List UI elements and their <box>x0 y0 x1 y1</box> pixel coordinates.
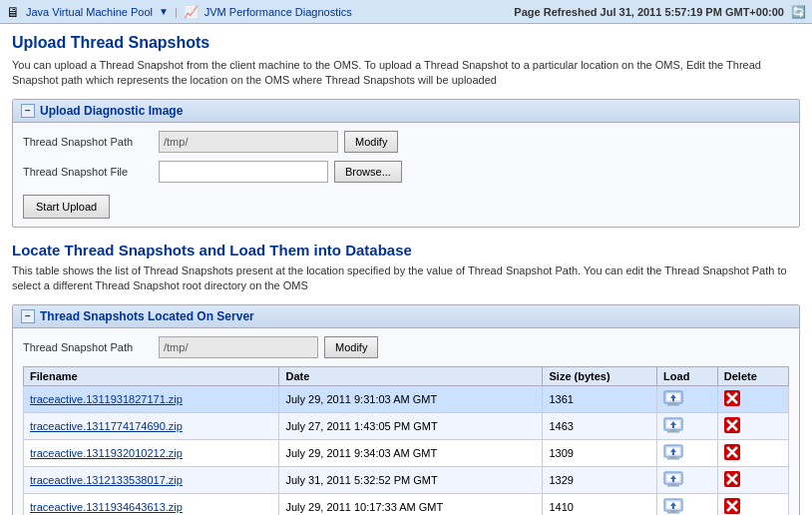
cell-size: 1361 <box>543 385 657 412</box>
svg-rect-19 <box>667 458 679 460</box>
cell-load <box>657 466 718 493</box>
snapshots-table: Filename Date Size (bytes) Load Delete t… <box>23 366 789 515</box>
top-bar-left: 🖥 Java Virtual Machine Pool ▼ | 📈 JVM Pe… <box>6 4 352 20</box>
cell-load <box>657 439 718 466</box>
modify-server-path-button[interactable]: Modify <box>324 336 378 358</box>
cell-delete <box>717 385 788 412</box>
cell-load <box>657 493 718 515</box>
svg-rect-27 <box>667 485 679 487</box>
svg-rect-34 <box>670 510 676 512</box>
snapshots-panel-header: − Thread Snapshots Located On Server <box>13 305 799 328</box>
cell-filename: traceactive.1311774174690.zip <box>24 412 279 439</box>
diagnostics-label[interactable]: JVM Performance Diagnostics <box>204 6 352 18</box>
svg-rect-3 <box>667 404 679 406</box>
cell-size: 1463 <box>543 412 657 439</box>
svg-rect-2 <box>670 402 676 404</box>
cell-filename: traceactive.1311934643613.zip <box>24 493 279 515</box>
col-delete: Delete <box>717 366 788 385</box>
cell-date: July 29, 2011 9:34:03 AM GMT <box>279 439 543 466</box>
refresh-label: Page Refreshed <box>514 6 597 18</box>
snapshot-file-label: Thread Snapshot File <box>23 166 153 178</box>
col-load: Load <box>657 366 718 385</box>
cell-delete <box>717 439 788 466</box>
cell-load <box>657 412 718 439</box>
load-button[interactable] <box>663 389 683 409</box>
delete-button[interactable] <box>724 390 740 408</box>
page-title: Upload Thread Snapshots <box>12 34 800 52</box>
snapshots-panel: − Thread Snapshots Located On Server Thr… <box>12 304 800 515</box>
page-description: You can upload a Thread Snapshot from th… <box>12 58 800 89</box>
table-row: traceactive.1311774174690.zipJuly 27, 20… <box>24 412 789 439</box>
top-bar: 🖥 Java Virtual Machine Pool ▼ | 📈 JVM Pe… <box>0 0 812 24</box>
cell-date: July 29, 2011 9:31:03 AM GMT <box>279 385 543 412</box>
cell-date: July 29, 2011 10:17:33 AM GMT <box>279 493 543 515</box>
svg-rect-10 <box>670 429 676 431</box>
cell-size: 1309 <box>543 439 657 466</box>
load-button[interactable] <box>663 470 683 490</box>
cell-filename: traceactive.1312133538017.zip <box>24 466 279 493</box>
svg-rect-18 <box>670 456 676 458</box>
snapshot-file-row: Thread Snapshot File Browse... <box>23 161 789 183</box>
dropdown-arrow-icon[interactable]: ▼ <box>159 6 169 17</box>
start-upload-row: Start Upload <box>23 191 789 219</box>
upload-panel-title: Upload Diagnostic Image <box>40 104 183 118</box>
server-path-label: Thread Snapshot Path <box>23 341 153 353</box>
locate-description: This table shows the list of Thread Snap… <box>12 263 800 294</box>
server-path-input[interactable] <box>159 336 318 358</box>
browse-button[interactable]: Browse... <box>334 161 402 183</box>
cell-date: July 31, 2011 5:32:52 PM GMT <box>279 466 543 493</box>
upload-panel-body: Thread Snapshot Path Modify Thread Snaps… <box>13 123 799 227</box>
refresh-time: Jul 31, 2011 5:57:19 PM GMT+00:00 <box>601 6 784 18</box>
upload-panel-toggle[interactable]: − <box>21 104 35 118</box>
table-header-row: Filename Date Size (bytes) Load Delete <box>24 366 789 385</box>
svg-rect-11 <box>667 431 679 433</box>
col-size: Size (bytes) <box>543 366 657 385</box>
cell-filename: traceactive.1311932010212.zip <box>24 439 279 466</box>
refresh-icon[interactable]: 🔄 <box>791 5 806 19</box>
upload-panel: − Upload Diagnostic Image Thread Snapsho… <box>12 99 800 228</box>
cell-date: July 27, 2011 1:43:05 PM GMT <box>279 412 543 439</box>
col-filename: Filename <box>24 366 279 385</box>
snapshots-panel-body: Thread Snapshot Path Modify Filename Dat… <box>13 328 799 515</box>
cell-load <box>657 385 718 412</box>
delete-button[interactable] <box>724 444 740 462</box>
snapshot-path-row: Thread Snapshot Path Modify <box>23 131 789 153</box>
refresh-info: Page Refreshed Jul 31, 2011 5:57:19 PM G… <box>514 5 806 19</box>
separator: | <box>175 6 178 18</box>
svg-rect-26 <box>670 483 676 485</box>
table-row: traceactive.1312133538017.zipJuly 31, 20… <box>24 466 789 493</box>
cell-size: 1329 <box>543 466 657 493</box>
snapshots-panel-title: Thread Snapshots Located On Server <box>40 309 254 323</box>
table-row: traceactive.1311934643613.zipJuly 29, 20… <box>24 493 789 515</box>
start-upload-button[interactable]: Start Upload <box>23 195 110 219</box>
delete-button[interactable] <box>724 417 740 435</box>
snapshot-path-label: Thread Snapshot Path <box>23 136 153 148</box>
col-date: Date <box>279 366 543 385</box>
main-content: Upload Thread Snapshots You can upload a… <box>0 24 812 515</box>
svg-rect-35 <box>667 512 679 514</box>
snapshot-path-input[interactable] <box>159 131 338 153</box>
snapshot-file-input[interactable] <box>159 161 328 183</box>
cell-delete <box>717 412 788 439</box>
cell-size: 1410 <box>543 493 657 515</box>
delete-button[interactable] <box>724 471 740 489</box>
load-button[interactable] <box>663 443 683 463</box>
cell-filename: traceactive.1311931827171.zip <box>24 385 279 412</box>
load-button[interactable] <box>663 416 683 436</box>
perf-icon: 📈 <box>184 5 199 19</box>
delete-button[interactable] <box>724 498 740 515</box>
server-path-row: Thread Snapshot Path Modify <box>23 336 789 358</box>
cell-delete <box>717 466 788 493</box>
jvm-pool-label[interactable]: Java Virtual Machine Pool <box>26 6 153 18</box>
upload-panel-header: − Upload Diagnostic Image <box>13 100 799 123</box>
load-button[interactable] <box>663 497 683 515</box>
table-row: traceactive.1311931827171.zipJuly 29, 20… <box>24 385 789 412</box>
modify-path-button[interactable]: Modify <box>344 131 398 153</box>
table-row: traceactive.1311932010212.zipJuly 29, 20… <box>24 439 789 466</box>
cell-delete <box>717 493 788 515</box>
server-icon: 🖥 <box>6 4 20 20</box>
snapshots-panel-toggle[interactable]: − <box>21 309 35 323</box>
locate-title: Locate Thread Snapshots and Load Them in… <box>12 242 800 258</box>
